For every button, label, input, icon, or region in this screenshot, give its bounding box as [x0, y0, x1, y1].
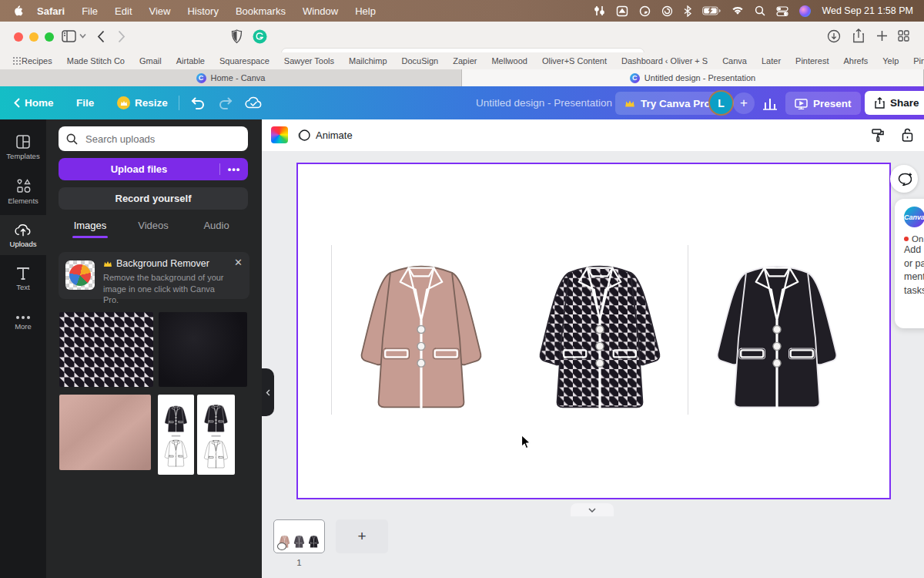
menu-edit[interactable]: Edit	[115, 5, 132, 17]
grammarly-extension-icon[interactable]	[253, 29, 267, 44]
sliders-menu-icon[interactable]	[594, 5, 605, 16]
houndstooth-coat-image[interactable]	[523, 244, 677, 423]
upload-thumb-pink-fabric[interactable]	[59, 395, 151, 470]
menu-bar-clock[interactable]: Wed Sep 21 1:58 PM	[822, 5, 913, 16]
page-1-thumbnail[interactable]	[273, 519, 325, 553]
spiral-menu-icon[interactable]	[661, 5, 673, 17]
forward-button[interactable]	[118, 30, 126, 43]
rail-item-templates[interactable]: Templates	[0, 127, 46, 167]
close-window-button[interactable]	[14, 32, 23, 42]
apps-grid-icon[interactable]	[12, 56, 22, 66]
account-avatar[interactable]: L	[708, 86, 734, 119]
design-page[interactable]	[296, 163, 891, 499]
bookmark-item[interactable]: Canva	[722, 56, 747, 66]
upload-thumb-black-fabric[interactable]	[159, 312, 247, 387]
bookmark-item[interactable]: Pin it	[913, 56, 924, 66]
menu-history[interactable]: History	[187, 5, 218, 17]
bookmark-item[interactable]: Yelp	[882, 56, 899, 66]
menu-help[interactable]: Help	[355, 5, 376, 17]
bookmark-item[interactable]: Recipes	[22, 56, 52, 66]
menu-bookmarks[interactable]: Bookmarks	[236, 5, 286, 17]
bluetooth-icon[interactable]	[684, 5, 691, 17]
bookmark-item[interactable]: Airtable	[176, 56, 205, 66]
paint-roller-icon[interactable]	[870, 128, 886, 143]
eject-app-menu-icon[interactable]	[616, 5, 628, 17]
upload-options-button[interactable]: •••	[219, 163, 248, 175]
collapse-pages-chevron[interactable]	[571, 503, 614, 516]
record-yourself-button[interactable]: Record yourself	[59, 187, 248, 210]
sidebar-toggle-icon[interactable]	[62, 30, 76, 42]
canvas-area[interactable]: Canva On Add or pa ment tasks	[262, 151, 924, 578]
background-remover-promo[interactable]: Background Remover Remove the background…	[59, 252, 249, 299]
undo-button[interactable]	[190, 86, 205, 119]
control-center-icon[interactable]	[776, 6, 788, 16]
add-member-button[interactable]: +	[733, 86, 755, 119]
grammarly-menu-icon[interactable]	[639, 5, 651, 17]
black-coat-image[interactable]	[700, 244, 854, 423]
try-canva-pro-button[interactable]: Try Canva Pro	[615, 92, 720, 115]
bookmark-item[interactable]: Zapier	[453, 56, 477, 66]
menu-file[interactable]: File	[82, 5, 98, 17]
upload-thumb-coat-pattern-card[interactable]	[158, 395, 194, 475]
share-page-icon[interactable]	[852, 29, 865, 43]
design-title[interactable]: Untitled design - Presentation	[476, 86, 612, 119]
panel-collapse-handle[interactable]	[262, 368, 274, 416]
zoom-window-button[interactable]	[45, 32, 54, 42]
add-comment-button[interactable]	[890, 165, 918, 193]
upload-files-button[interactable]: Upload files •••	[59, 158, 248, 180]
bookmark-item[interactable]: Made Stitch Co	[67, 56, 125, 66]
bookmark-item[interactable]: Ahrefs	[843, 56, 868, 66]
home-button[interactable]: Home	[14, 86, 54, 119]
animate-button[interactable]: Animate	[297, 119, 353, 151]
bookmark-item[interactable]: Gmail	[139, 56, 162, 66]
downloads-icon[interactable]	[827, 29, 841, 43]
spotlight-search-icon[interactable]	[755, 5, 765, 16]
tab-videos[interactable]: Videos	[122, 220, 185, 238]
redo-button[interactable]	[219, 86, 233, 119]
resize-button[interactable]: Resize	[117, 86, 168, 119]
new-tab-icon[interactable]	[876, 30, 888, 42]
tab-overview-icon[interactable]	[898, 30, 909, 42]
back-button[interactable]	[97, 30, 105, 43]
rail-item-elements[interactable]: Elements	[0, 171, 46, 211]
privacy-shield-icon[interactable]	[231, 29, 243, 44]
add-page-button[interactable]: +	[336, 519, 388, 553]
minimize-window-button[interactable]	[29, 32, 38, 42]
insights-chart-icon[interactable]	[762, 86, 778, 119]
upload-thumb-coat-pattern-card[interactable]	[197, 395, 235, 475]
rail-item-text[interactable]: Text	[0, 259, 46, 299]
tan-coat-image[interactable]	[344, 244, 498, 423]
close-icon[interactable]: ✕	[234, 257, 243, 268]
file-menu-button[interactable]: File	[76, 86, 94, 119]
tab-images[interactable]: Images	[59, 220, 122, 238]
upload-thumb-houndstooth-fabric[interactable]	[59, 312, 153, 387]
background-color-picker[interactable]	[271, 126, 288, 143]
bookmark-item[interactable]: DocuSign	[402, 56, 439, 66]
wifi-icon[interactable]	[732, 6, 744, 15]
tab-untitled-design[interactable]: C Untitled design - Presentation	[462, 69, 924, 86]
tab-home-canva[interactable]: C Home - Canva	[0, 69, 462, 86]
bookmark-item[interactable]: Oliver+S Content	[542, 56, 607, 66]
rail-item-uploads[interactable]: Uploads	[0, 215, 46, 255]
bookmark-item[interactable]: Mellwood	[491, 56, 527, 66]
menu-safari[interactable]: Safari	[37, 5, 65, 17]
lock-toggle-icon[interactable]	[901, 127, 914, 143]
rail-item-more[interactable]: More	[0, 303, 46, 343]
search-uploads-input[interactable]	[84, 133, 233, 146]
bookmark-item[interactable]: Pinterest	[795, 56, 829, 66]
tab-audio[interactable]: Audio	[185, 220, 248, 238]
present-button[interactable]: Present	[785, 92, 861, 115]
bookmark-item[interactable]: Squarespace	[219, 56, 270, 66]
bookmark-item[interactable]: Dashboard ‹ Oliver + S	[621, 56, 708, 66]
menu-view[interactable]: View	[149, 5, 171, 17]
bookmark-item[interactable]: Mailchimp	[349, 56, 387, 66]
menu-window[interactable]: Window	[303, 5, 338, 17]
siri-icon[interactable]	[799, 5, 811, 17]
canva-assistant-panel[interactable]: Canva On Add or pa ment tasks	[895, 199, 924, 328]
sidebar-chevron-icon[interactable]	[79, 33, 86, 39]
search-uploads-box[interactable]	[59, 126, 248, 151]
share-button[interactable]: Share	[865, 91, 924, 115]
bookmark-item[interactable]: Later	[762, 56, 781, 66]
bookmark-item[interactable]: Sawyer Tools	[284, 56, 334, 66]
apple-menu-icon[interactable]	[12, 5, 23, 17]
